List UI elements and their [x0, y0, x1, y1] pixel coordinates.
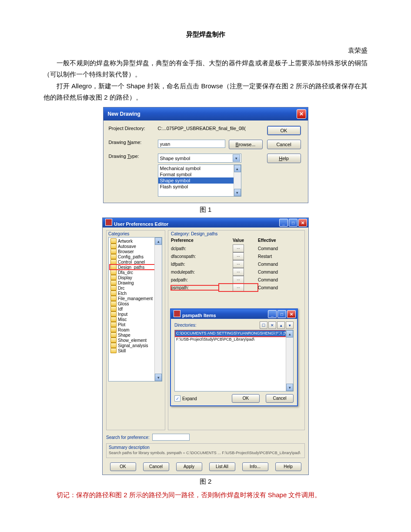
cancel-button[interactable]: Cancel [267, 140, 301, 149]
search-input[interactable] [152, 434, 190, 441]
pref-row-psmpath: psmpath: ... Command [171, 284, 302, 291]
drawing-type-label: Drawing Type: [109, 154, 154, 159]
tree-item-design-paths[interactable]: Design_paths [110, 264, 161, 270]
ok-button[interactable]: OK [110, 462, 136, 471]
tree-item[interactable]: Artwork [110, 238, 161, 244]
folder-icon [110, 296, 117, 301]
value-browse-button[interactable]: ... [233, 260, 244, 268]
tree-item[interactable]: Control_panel [110, 259, 161, 264]
scrollbar[interactable]: ▴ ▾ [154, 238, 162, 381]
dialog-titlebar[interactable]: User Preferences Editor _ □ ✕ [103, 218, 308, 228]
tree-item[interactable]: Gloss [110, 301, 161, 306]
checkbox-icon[interactable]: ✓ [174, 395, 180, 402]
browse-button[interactable]: Browse... [229, 140, 263, 149]
tree-item[interactable]: Skill [110, 348, 161, 353]
scroll-down-icon[interactable]: ▾ [286, 384, 293, 391]
value-browse-button[interactable]: ... [233, 252, 244, 260]
tree-item[interactable]: Input [110, 311, 161, 317]
value-browse-button[interactable]: ... [233, 268, 244, 276]
tree-item[interactable]: Config_paths [110, 254, 161, 259]
folder-icon [110, 275, 117, 280]
move-up-icon[interactable]: ▴ [277, 321, 285, 329]
cancel-button[interactable]: Cancel [266, 394, 294, 403]
list-item[interactable]: Format symbol [158, 171, 241, 177]
tree-item[interactable]: Misc [110, 317, 161, 322]
col-header-preference: Preference [171, 238, 219, 243]
close-icon[interactable]: ✕ [287, 310, 296, 318]
pref-row: modulepath: ... Command [171, 268, 302, 276]
scroll-up-icon[interactable]: ▴ [286, 330, 293, 338]
close-icon[interactable]: ✕ [298, 219, 307, 227]
delete-item-icon[interactable]: ✕ [268, 321, 276, 329]
tree-item[interactable]: Drc [110, 285, 161, 291]
tree-item[interactable]: Shape [110, 332, 161, 338]
list-all-button[interactable]: List All [209, 462, 235, 471]
dialog-titlebar[interactable]: New Drawing ✕ [104, 107, 308, 120]
info-button[interactable]: Info... [242, 462, 268, 471]
tree-item[interactable]: File_management [110, 296, 161, 301]
drawing-type-combo[interactable]: Shape symbol ▾ [158, 154, 241, 163]
dialog-titlebar[interactable]: psmpath Items _ □ ✕ [171, 309, 297, 319]
pref-row: ldfpath: ... Command [171, 260, 302, 268]
tree-item[interactable]: Dfa_drc [110, 270, 161, 275]
preferences-table: Preference Value Effective dclpath: ... … [168, 237, 304, 293]
folder-icon [110, 280, 117, 285]
new-drawing-dialog: New Drawing ✕ Project Directory: C:...07… [103, 107, 308, 203]
tree-item[interactable]: Browser [110, 249, 161, 254]
categories-tree[interactable]: Artwork Autosave Browser Config_paths Co… [108, 237, 162, 381]
list-item-selected[interactable]: Shape symbol [158, 177, 241, 184]
pref-effective: Command [258, 262, 302, 267]
list-item-selected[interactable]: C:\DOCUMENTS AND SETTINGS\YUANRONGSHENG\… [175, 330, 293, 337]
col-header-value: Value [219, 238, 258, 243]
toolbar: ☐ ✕ ▴ ▾ [260, 321, 294, 329]
new-item-icon[interactable]: ☐ [260, 321, 267, 329]
tree-item[interactable]: Roam [110, 327, 161, 332]
close-icon[interactable]: ✕ [297, 109, 306, 119]
folder-icon [110, 306, 117, 311]
scroll-up-icon[interactable]: ▴ [155, 238, 162, 245]
minimize-icon[interactable]: _ [268, 310, 277, 318]
pref-effective: Command [258, 246, 302, 251]
ok-button[interactable]: OK [267, 126, 301, 135]
scrollbar[interactable]: ▴ ▾ [286, 330, 293, 391]
help-button[interactable]: Help [275, 462, 301, 471]
directories-listbox[interactable]: C:\DOCUMENTS AND SETTINGS\YUANRONGSHENG\… [174, 330, 294, 391]
tree-item[interactable]: Autosave [110, 244, 161, 249]
tree-item[interactable]: Drawing [110, 280, 161, 285]
list-item[interactable]: Mechanical symbol [158, 165, 241, 171]
help-button[interactable]: Help [267, 154, 301, 163]
value-browse-button[interactable]: ... [233, 284, 244, 291]
minimize-icon[interactable]: _ [279, 219, 288, 227]
move-down-icon[interactable]: ▾ [286, 321, 294, 329]
drawing-name-input[interactable] [158, 140, 225, 148]
list-item[interactable]: F:\USB-Project\Study\PCB\PCB_Library\pad… [175, 337, 293, 342]
app-icon [105, 219, 112, 226]
scroll-down-icon[interactable]: ▾ [155, 374, 162, 381]
ok-button[interactable]: OK [232, 394, 260, 403]
tree-item[interactable]: Show_element [110, 338, 161, 343]
doc-author: 袁荣盛 [43, 47, 368, 55]
doc-title: 异型焊盘制作 [43, 30, 368, 39]
pref-name: psmpath: [171, 285, 219, 290]
scroll-up-icon[interactable]: ▴ [234, 165, 241, 172]
value-browse-button[interactable]: ... [233, 244, 244, 252]
maximize-icon[interactable]: □ [289, 219, 297, 227]
tree-item[interactable]: Etch [110, 291, 161, 296]
scroll-down-icon[interactable]: ▾ [234, 189, 241, 196]
tree-item[interactable]: Idf [110, 306, 161, 311]
list-item[interactable]: Flash symbol [158, 184, 241, 190]
tree-item[interactable]: Plot [110, 322, 161, 327]
cancel-button[interactable]: Cancel [143, 462, 169, 471]
label-accelerator: N [127, 140, 131, 145]
apply-button[interactable]: Apply [176, 462, 202, 471]
value-browse-button[interactable]: ... [233, 276, 244, 284]
chevron-down-icon[interactable]: ▾ [233, 154, 240, 162]
expand-checkbox[interactable]: ✓ Expand [174, 395, 197, 402]
categories-label: Categories [107, 231, 165, 237]
category-path-label: Category: Design_paths [168, 231, 304, 237]
scrollbar[interactable]: ▴ ▾ [234, 165, 241, 196]
drawing-type-listbox[interactable]: Mechanical symbol Format symbol Shape sy… [158, 164, 241, 197]
maximize-icon[interactable]: □ [277, 310, 286, 318]
tree-item[interactable]: Display [110, 275, 161, 280]
tree-item[interactable]: Signal_analysis [110, 343, 161, 348]
